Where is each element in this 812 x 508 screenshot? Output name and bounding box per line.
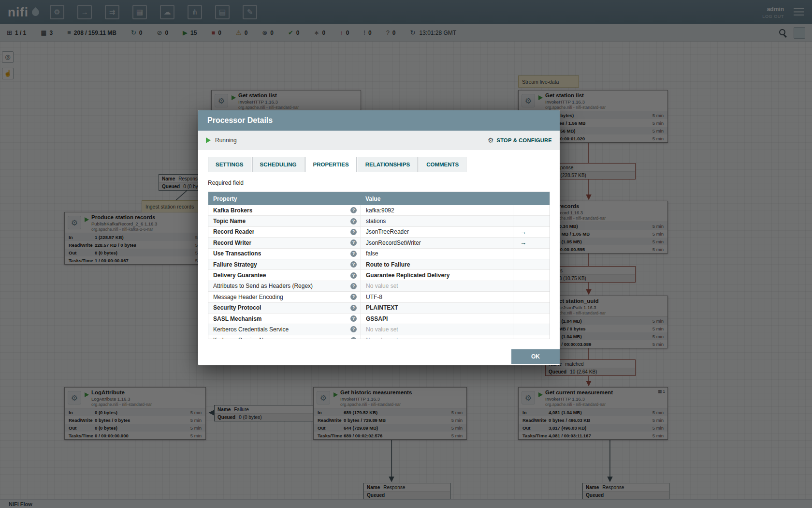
modal-tabs: SETTINGSSCHEDULINGPROPERTIESRELATIONSHIP… — [208, 157, 550, 172]
property-name: Failure Strategy — [213, 261, 257, 268]
property-row: Delivery Guarantee?Guarantee Replicated … — [208, 270, 550, 281]
goto-service-icon[interactable]: → — [520, 228, 526, 236]
dialog-header: Processor Details — [198, 110, 560, 131]
processor-details-dialog: Processor Details Running ⚙ STOP & CONFI… — [198, 110, 560, 365]
property-value: stations — [366, 218, 386, 224]
property-row: Security Protocol?PLAINTEXT — [208, 303, 550, 314]
property-row: Kerberos Service Name?No value set — [208, 335, 550, 339]
property-row: Kafka Brokers?kafka:9092 — [208, 205, 550, 216]
property-row: Attributes to Send as Headers (Regex)?No… — [208, 281, 550, 292]
property-help-icon[interactable]: ? — [350, 272, 357, 279]
property-row: Failure Strategy?Route to Failure — [208, 259, 550, 270]
property-value: Route to Failure — [366, 261, 410, 268]
property-name: Kafka Brokers — [213, 207, 252, 214]
property-row: SASL Mechanism?GSSAPI — [208, 314, 550, 324]
property-value: PLAINTEXT — [366, 304, 398, 311]
property-name: Message Header Encoding — [213, 294, 283, 300]
property-name: Security Protocol — [213, 304, 261, 311]
property-name: Record Reader — [213, 228, 254, 235]
property-help-icon[interactable]: ? — [350, 239, 357, 246]
properties-table-body[interactable]: Kafka Brokers?kafka:9092Topic Name?stati… — [208, 205, 550, 339]
property-row: Topic Name?stations — [208, 216, 550, 226]
property-row: Message Header Encoding?UTF-8 — [208, 292, 550, 302]
property-value: Guarantee Replicated Delivery — [366, 272, 450, 279]
tab-relationships[interactable]: RELATIONSHIPS — [358, 157, 418, 172]
tab-properties[interactable]: PROPERTIES — [305, 157, 357, 172]
property-name: SASL Mechanism — [213, 315, 261, 322]
property-help-icon[interactable]: ? — [350, 229, 357, 235]
property-help-icon[interactable]: ? — [350, 207, 357, 213]
property-value: No value set — [366, 326, 398, 333]
tab-settings[interactable]: SETTINGS — [208, 157, 251, 172]
property-help-icon[interactable]: ? — [350, 294, 357, 300]
property-help-icon[interactable]: ? — [350, 218, 357, 224]
property-value: No value set — [366, 337, 398, 339]
properties-table-header: Property Value — [208, 192, 550, 205]
property-row: Record Reader?JsonTreeReader→ — [208, 227, 550, 238]
required-field-note: Required field — [208, 179, 550, 186]
property-name: Kerberos Credentials Service — [213, 326, 289, 333]
property-name: Attributes to Send as Headers (Regex) — [213, 283, 313, 289]
property-name: Use Transactions — [213, 250, 261, 257]
property-value: No value set — [366, 283, 398, 289]
property-help-icon[interactable]: ? — [350, 261, 357, 268]
property-column-header: Property — [208, 195, 361, 202]
running-status-icon — [206, 137, 211, 143]
property-value: kafka:9092 — [366, 207, 394, 214]
dialog-status-row: Running ⚙ STOP & CONFIGURE — [198, 131, 560, 150]
properties-table: Property Value Kafka Brokers?kafka:9092T… — [208, 192, 550, 339]
ok-button[interactable]: OK — [511, 349, 560, 364]
property-value: GSSAPI — [366, 315, 388, 322]
value-column-header: Value — [361, 195, 380, 202]
tab-comments[interactable]: COMMENTS — [419, 157, 466, 172]
property-name: Kerberos Service Name — [213, 337, 275, 339]
property-name: Delivery Guarantee — [213, 272, 266, 279]
property-help-icon[interactable]: ? — [350, 305, 357, 311]
running-status-label: Running — [215, 137, 237, 144]
property-name: Record Writer — [213, 239, 251, 246]
property-value: false — [366, 250, 378, 257]
property-value: UTF-8 — [366, 294, 382, 300]
property-help-icon[interactable]: ? — [350, 251, 357, 257]
property-help-icon[interactable]: ? — [350, 283, 357, 289]
property-value: JsonTreeReader — [366, 228, 409, 235]
property-row: Kerberos Credentials Service?No value se… — [208, 324, 550, 335]
property-row: Record Writer?JsonRecordSetWriter→ — [208, 238, 550, 248]
tab-scheduling[interactable]: SCHEDULING — [252, 157, 304, 172]
property-value: JsonRecordSetWriter — [366, 239, 421, 246]
property-help-icon[interactable]: ? — [350, 315, 357, 322]
property-help-icon[interactable]: ? — [350, 326, 357, 332]
stop-configure-icon: ⚙ — [488, 137, 494, 144]
stop-and-configure-button[interactable]: ⚙ STOP & CONFIGURE — [488, 137, 552, 144]
property-row: Use Transactions?false — [208, 249, 550, 259]
dialog-title: Processor Details — [207, 116, 273, 125]
goto-service-icon[interactable]: → — [520, 239, 526, 246]
property-help-icon[interactable]: ? — [350, 337, 357, 339]
property-name: Topic Name — [213, 218, 246, 224]
